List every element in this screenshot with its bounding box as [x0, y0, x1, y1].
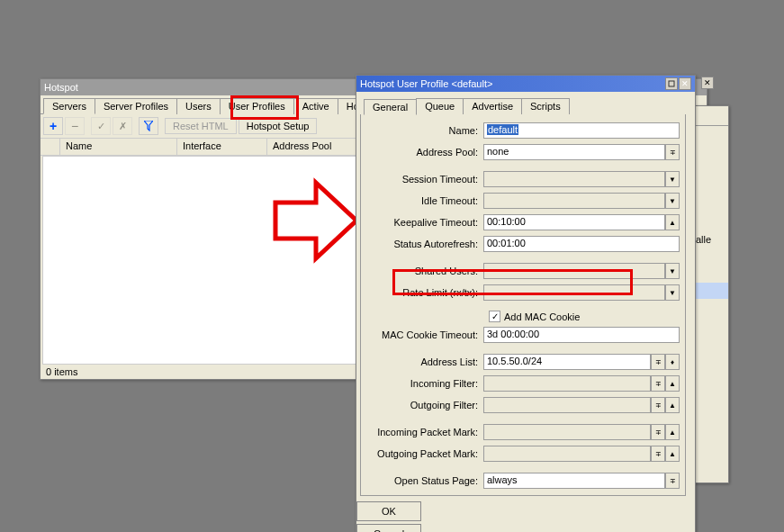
idle-timeout-toggle-icon[interactable]: ▼ [665, 193, 680, 209]
idle-timeout-input[interactable] [483, 193, 665, 209]
row-incoming-filter: Incoming Filter: ∓ ▲ [366, 374, 680, 392]
address-pool-dropdown-icon[interactable]: ∓ [665, 144, 680, 160]
shared-users-toggle-icon[interactable]: ▼ [665, 263, 680, 279]
session-timeout-toggle-icon[interactable]: ▼ [665, 171, 680, 187]
side-text: alle [694, 232, 728, 247]
filter-button[interactable] [139, 117, 158, 135]
mac-cookie-timeout-label: MAC Cookie Timeout: [366, 329, 483, 340]
disable-button[interactable]: ✗ [113, 117, 132, 135]
row-name: Name: default [366, 122, 680, 140]
incoming-packet-mark-input[interactable] [483, 424, 651, 440]
row-outgoing-filter: Outgoing Filter: ∓ ▲ [366, 396, 680, 414]
open-status-page-dropdown-icon[interactable]: ∓ [665, 473, 680, 489]
incoming-filter-input[interactable] [483, 375, 651, 392]
row-rate-limit: Rate Limit (rx/tx): ▼ [366, 284, 680, 302]
row-status-autorefresh: Status Autorefresh: 00:01:00 [366, 235, 680, 253]
row-session-timeout: Session Timeout: ▼ [366, 170, 680, 188]
row-shared-users: Shared Users: ▼ [366, 262, 680, 280]
address-pool-label: Address Pool: [366, 147, 483, 158]
shared-users-label: Shared Users: [366, 266, 483, 276]
address-list-input[interactable]: 10.5.50.0/24 [483, 354, 651, 370]
tab-servers[interactable]: Servers [43, 98, 95, 114]
dialog-tab-queue[interactable]: Queue [416, 98, 464, 114]
dialog-tabs: General Queue Advertise Scripts [360, 95, 686, 114]
tab-active[interactable]: Active [293, 98, 338, 114]
address-list-spinner-icon[interactable]: ♦ [665, 354, 680, 370]
outgoing-packet-mark-dropdown-icon[interactable]: ∓ [651, 446, 665, 462]
outgoing-packet-mark-input[interactable] [483, 446, 651, 462]
dialog-tab-advertise[interactable]: Advertise [463, 98, 522, 114]
incoming-packet-mark-dropdown-icon[interactable]: ∓ [651, 424, 665, 440]
tab-user-profiles[interactable]: User Profiles [220, 98, 294, 114]
address-list-dropdown-icon[interactable]: ∓ [651, 354, 665, 370]
svg-rect-0 [669, 81, 674, 86]
incoming-packet-mark-toggle-icon[interactable]: ▲ [665, 424, 680, 440]
incoming-filter-label: Incoming Filter: [366, 378, 483, 389]
col-name[interactable]: Name [60, 139, 177, 155]
keepalive-timeout-label: Keepalive Timeout: [366, 217, 483, 228]
col-interface[interactable]: Interface [177, 139, 267, 155]
outgoing-filter-label: Outgoing Filter: [366, 400, 483, 410]
session-timeout-input[interactable] [483, 171, 665, 187]
open-status-page-label: Open Status Page: [366, 475, 483, 486]
dialog-button-column: OK Cancel Apply Copy Remove [356, 500, 424, 532]
row-incoming-packet-mark: Incoming Packet Mark: ∓ ▲ [366, 423, 680, 441]
rate-limit-toggle-icon[interactable]: ▼ [665, 284, 680, 301]
status-autorefresh-input[interactable]: 00:01:00 [483, 236, 680, 252]
arrow-annotation [266, 176, 365, 266]
row-keepalive-timeout: Keepalive Timeout: 00:10:00 ▲ [366, 213, 680, 231]
row-mac-cookie-timeout: MAC Cookie Timeout: 3d 00:00:00 [366, 326, 680, 344]
address-pool-input[interactable]: none [483, 144, 665, 160]
open-status-page-input[interactable]: always [483, 473, 665, 489]
side-window-fragment: alle [693, 105, 729, 483]
name-input[interactable]: default [483, 122, 680, 139]
tab-users[interactable]: Users [176, 98, 221, 114]
enable-button[interactable]: ✓ [91, 117, 111, 135]
status-autorefresh-label: Status Autorefresh: [366, 239, 483, 249]
dialog-title: Hotspot User Profile <default> [360, 78, 492, 89]
row-add-mac-cookie: ✓ Add MAC Cookie [366, 311, 680, 322]
outgoing-filter-input[interactable] [483, 397, 651, 413]
add-mac-cookie-label: Add MAC Cookie [504, 311, 580, 322]
dialog-tab-general[interactable]: General [364, 99, 417, 115]
incoming-filter-dropdown-icon[interactable]: ∓ [651, 375, 665, 392]
dialog-titlebar: Hotspot User Profile <default> ✕ [356, 76, 695, 92]
outgoing-filter-dropdown-icon[interactable]: ∓ [651, 397, 665, 413]
name-label: Name: [366, 125, 483, 136]
close-button[interactable]: ✕ [679, 77, 691, 90]
profile-dialog: Hotspot User Profile <default> ✕ General… [356, 75, 696, 532]
extra-close-icon[interactable]: ✕ [701, 77, 714, 89]
idle-timeout-label: Idle Timeout: [366, 195, 483, 206]
row-idle-timeout: Idle Timeout: ▼ [366, 192, 680, 210]
incoming-filter-toggle-icon[interactable]: ▲ [665, 375, 680, 392]
incoming-packet-mark-label: Incoming Packet Mark: [366, 427, 483, 437]
add-button[interactable]: + [43, 117, 63, 135]
shared-users-input[interactable] [483, 263, 665, 279]
outgoing-filter-toggle-icon[interactable]: ▲ [665, 397, 680, 413]
cancel-button[interactable]: Cancel [356, 524, 421, 532]
dialog-tab-scripts[interactable]: Scripts [521, 98, 570, 114]
row-open-status-page: Open Status Page: always ∓ [366, 472, 680, 490]
mac-cookie-timeout-input[interactable]: 3d 00:00:00 [483, 327, 680, 343]
hotspot-setup-button[interactable]: Hotspot Setup [239, 118, 318, 134]
minimize-button[interactable] [665, 77, 678, 90]
keepalive-timeout-input[interactable]: 00:10:00 [483, 214, 665, 230]
add-mac-cookie-checkbox[interactable]: ✓ [489, 311, 500, 322]
outgoing-packet-mark-label: Outgoing Packet Mark: [366, 448, 483, 459]
tab-server-profiles[interactable]: Server Profiles [95, 98, 177, 114]
address-list-label: Address List: [366, 356, 483, 367]
row-address-pool: Address Pool: none ∓ [366, 143, 680, 161]
row-outgoing-packet-mark: Outgoing Packet Mark: ∓ ▲ [366, 445, 680, 463]
ok-button[interactable]: OK [356, 501, 421, 521]
hotspot-title: Hotspot [44, 82, 78, 93]
reset-html-button[interactable]: Reset HTML [165, 118, 237, 134]
rate-limit-label: Rate Limit (rx/tx): [366, 287, 483, 298]
session-timeout-label: Session Timeout: [366, 174, 483, 185]
col-address-pool[interactable]: Address Pool [267, 139, 357, 155]
row-address-list: Address List: 10.5.50.0/24 ∓ ♦ [366, 353, 680, 371]
rate-limit-input[interactable] [483, 284, 665, 301]
outgoing-packet-mark-toggle-icon[interactable]: ▲ [665, 446, 680, 462]
keepalive-timeout-toggle-icon[interactable]: ▲ [665, 214, 680, 230]
remove-button[interactable]: − [65, 117, 85, 135]
